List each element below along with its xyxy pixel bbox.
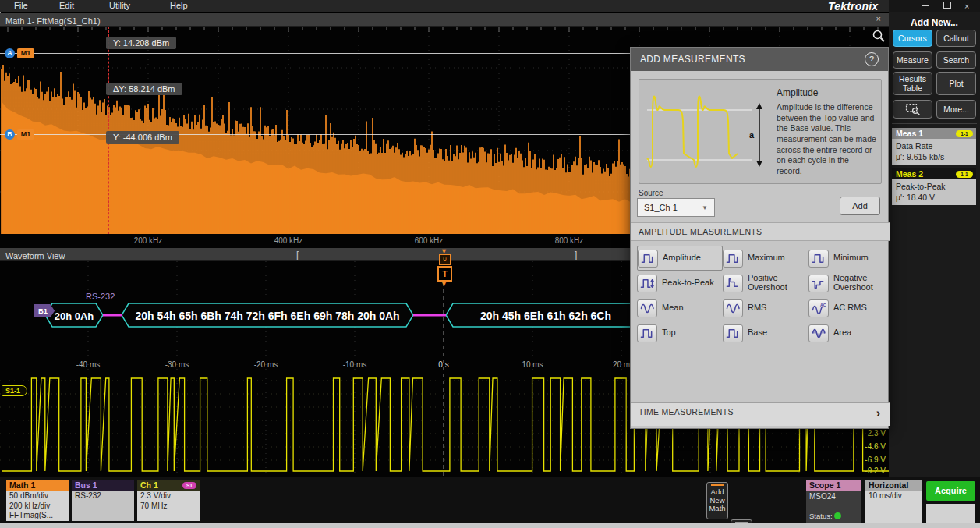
measure-button[interactable]: Measure [893, 51, 932, 69]
zoom-bracket-left[interactable]: [ [296, 250, 299, 260]
volt-tick-2: -6.9 V [854, 455, 886, 464]
expansion-box-icon[interactable]: ∪ [439, 254, 451, 265]
add-new-math-button[interactable]: Add New Math [706, 482, 728, 519]
tektronix-logo: Tektronix [828, 0, 878, 12]
scope1-badge[interactable]: Scope 1 MSO24 Status: [806, 480, 861, 523]
ch1-source-badge: S1 [182, 482, 196, 489]
pulse-icon [723, 324, 743, 342]
dialog-header[interactable]: ADD MEASUREMENTS ? [631, 48, 888, 71]
measurement-label: Negative Overshoot [833, 274, 886, 292]
cursors-button[interactable]: Cursors [893, 30, 932, 47]
pulse-icon [637, 324, 657, 342]
sine-filled-icon [808, 324, 829, 342]
help-icon[interactable]: ? [865, 52, 879, 66]
add-new-math-label: Add New Math [709, 488, 725, 514]
menu-help[interactable]: Help [170, 1, 188, 10]
bus1-title: Bus 1 [72, 480, 134, 491]
pulse-icon [638, 250, 658, 268]
source-value: S1_Ch 1 [644, 203, 678, 212]
time-tick-5: 10 ms [515, 360, 550, 369]
measurement-label: Mean [662, 303, 684, 313]
menu-file[interactable]: File [14, 1, 28, 10]
volt-tick-0: -2.3 V [854, 429, 886, 438]
bus-name-label: RS-232 [86, 292, 115, 301]
measurement-base[interactable]: Base [723, 321, 808, 346]
measurement-negative-overshoot[interactable]: Negative Overshoot [808, 271, 886, 296]
bus-packet-1: 20h 0Ah [55, 310, 94, 322]
zoom-magnifier-icon[interactable] [872, 29, 886, 43]
sine-icon [637, 299, 657, 317]
callout-button[interactable]: Callout [936, 30, 976, 47]
close-icon[interactable]: × [964, 2, 969, 10]
measurement-area[interactable]: Area [808, 321, 886, 346]
pulse-icon [723, 250, 743, 268]
time-tick-4: 0 s [426, 360, 461, 369]
meas1-card[interactable]: Meas 11-1 Data Rateμ': 9.615 kb/s [892, 128, 976, 165]
measurement-minimum[interactable]: Minimum [808, 246, 886, 271]
measurement-positive-overshoot[interactable]: Positive Overshoot [723, 271, 808, 296]
cursor-delta-readout[interactable]: ΔY: 58.214 dBm [106, 83, 182, 95]
menu-utility[interactable]: Utility [109, 1, 130, 10]
cursor-b-badge[interactable]: B [5, 129, 15, 140]
meas2-card[interactable]: Meas 21-1 Peak-to-Peakμ': 18.40 V [892, 168, 976, 205]
status-green-dot [834, 512, 841, 519]
math-color-line [711, 484, 724, 486]
results-table-button[interactable]: Results Table [893, 72, 932, 95]
dialog-title: ADD MEASUREMENTS [640, 54, 745, 65]
measurement-grid: Amplitude Maximum Minimum Peak-to-Peak P… [637, 246, 886, 346]
trigger-indicator[interactable]: T [437, 266, 452, 282]
zoom-select-button[interactable] [893, 100, 932, 119]
measurement-label: Positive Overshoot [748, 274, 801, 292]
measurement-maximum[interactable]: Maximum [723, 246, 808, 271]
description-text: Amplitude is the difference between the … [777, 102, 876, 176]
menu-edit[interactable]: Edit [59, 1, 74, 10]
restore-icon[interactable] [943, 2, 951, 9]
acquire-button[interactable]: Acquire [926, 481, 975, 501]
horizontal-badge[interactable]: Horizontal 10 ms/div [865, 480, 922, 523]
bus1-badge[interactable]: Bus 1 RS-232 [72, 480, 134, 521]
measurement-label: Base [748, 328, 767, 338]
more-button[interactable]: More... [936, 100, 976, 119]
source-dropdown[interactable]: S1_Ch 1 ▼ [637, 198, 715, 217]
chevron-right-icon: › [876, 406, 880, 420]
minimize-icon[interactable] [922, 5, 929, 6]
dropdown-arrow-icon: ▼ [702, 204, 708, 211]
meas1-count-badge: 1-1 [956, 130, 973, 137]
meas2-header: Meas 21-1 [892, 168, 976, 179]
measurement-peak-to-peak[interactable]: Peak-to-Peak [637, 271, 723, 296]
source-badge[interactable]: S1-1 [2, 385, 27, 396]
time-measurements-footer[interactable]: TIME MEASUREMENTS › [631, 402, 890, 426]
meas1-header: Meas 11-1 [892, 128, 976, 139]
measurement-mean[interactable]: Mean [637, 296, 723, 321]
add-button[interactable]: Add [840, 197, 880, 215]
cursor-a-readout[interactable]: Y: 14.208 dBm [106, 37, 176, 49]
undershoot-icon [808, 275, 829, 292]
fft-close-icon[interactable]: × [876, 14, 881, 23]
cursor-b-readout[interactable]: Y: -44.006 dBm [106, 131, 179, 144]
amplitude-diagram: a [642, 83, 773, 177]
math1-badge[interactable]: Math 1 50 dBm/div 200 kHz/div FFTmag(S..… [6, 480, 69, 521]
menu-bar: File Edit Utility Help Tektronix [0, 0, 889, 12]
ch1-badge[interactable]: Ch 1S1 2.3 V/div 70 MHz [137, 480, 200, 521]
search-button[interactable]: Search [936, 51, 976, 69]
zoom-bracket-right[interactable]: ] [575, 250, 577, 260]
sine-icon [723, 299, 743, 317]
amplitude-section-header: AMPLITUDE MEASUREMENTS [631, 222, 890, 241]
add-new-sidebar: Add New... Cursors Callout Measure Searc… [889, 12, 980, 477]
acquire-panel[interactable] [926, 504, 975, 523]
meas1-body: Data Rateμ': 9.615 kb/s [892, 139, 976, 165]
measurement-top[interactable]: Top [637, 321, 723, 346]
add-measurements-dialog: ADD MEASUREMENTS ? a Amplitude Amplitude… [630, 47, 889, 429]
cursor-vertical-line[interactable] [108, 27, 109, 234]
cursor-a-badge[interactable]: A [5, 48, 15, 58]
measurement-amplitude[interactable]: Amplitude [637, 246, 723, 271]
measurement-label: Amplitude [663, 253, 701, 263]
freq-tick-200: 200 kHz [125, 236, 172, 245]
ch1-title: Ch 1 [140, 480, 158, 490]
fft-title-bar: Math 1- FftMag(S1_Ch1) × [0, 13, 889, 27]
plot-button[interactable]: Plot [936, 72, 976, 95]
measurement-ac-rms[interactable]: ACAC RMS [808, 296, 886, 321]
bus1-settings: RS-232 [72, 491, 134, 521]
measurement-rms[interactable]: RMS [723, 296, 808, 321]
meas2-count-badge: 1-1 [956, 171, 973, 178]
